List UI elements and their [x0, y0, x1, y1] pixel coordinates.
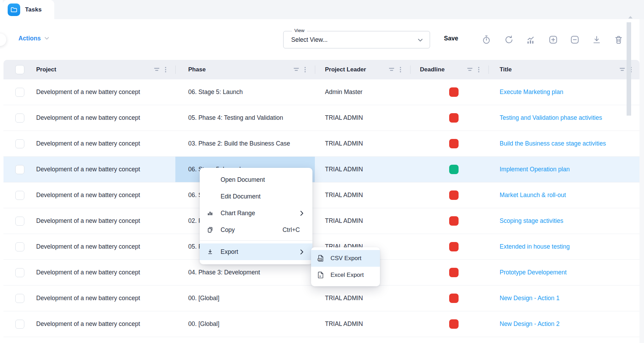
table-row[interactable]: Development of a new battery concept 06.… — [3, 182, 639, 208]
task-title-link[interactable]: New Design - Action 2 — [500, 320, 559, 328]
deadline-status-square — [449, 216, 459, 226]
table-row[interactable]: Development of a new battery concept 06.… — [3, 79, 639, 105]
column-menu-icon[interactable] — [304, 67, 306, 72]
deadline-status-square — [449, 113, 459, 123]
submenu-arrow-icon — [300, 211, 303, 216]
menu-item-export[interactable]: Export — [200, 243, 312, 260]
cell-deadline — [410, 182, 488, 208]
header-project-leader[interactable]: Project Leader — [315, 60, 410, 79]
stats-chart-icon[interactable] — [526, 35, 535, 45]
cell-phase: 03. Phase 2: Build the Business Case — [175, 131, 315, 156]
view-select-label: View — [292, 28, 307, 33]
menu-item-copy[interactable]: Copy Ctrl+C — [200, 221, 312, 238]
cell-leader: Admin Master — [315, 79, 410, 105]
submenu-item-excel-export[interactable]: x Excel Export — [311, 267, 380, 283]
cell-title: Execute Marketing plan — [488, 79, 639, 105]
table-row[interactable]: Development of a new battery concept 02.… — [3, 208, 639, 234]
column-menu-icon[interactable] — [478, 67, 479, 72]
row-checkbox[interactable] — [15, 114, 24, 123]
download-icon[interactable] — [592, 35, 602, 45]
table-row[interactable]: Development of a new battery concept 03.… — [3, 131, 639, 157]
tab-tasks[interactable]: Tasks — [3, 0, 54, 19]
cell-title: New Design - Action 1 — [488, 286, 639, 311]
task-title-link[interactable]: Market Launch & roll-out — [500, 192, 566, 199]
stopwatch-icon[interactable] — [482, 35, 491, 45]
task-title-link[interactable]: Testing and Validation phase activities — [500, 114, 602, 122]
table-row[interactable]: Development of a new battery concept 06.… — [3, 157, 639, 182]
task-title-link[interactable]: Implement Operation plan — [500, 166, 570, 173]
deadline-status-square — [449, 139, 459, 148]
cell-project: Development of a new battery concept — [30, 260, 175, 285]
row-checkbox[interactable] — [15, 217, 24, 226]
header-title[interactable]: Title — [488, 60, 639, 79]
cell-leader: TRIAL ADMIN — [315, 286, 410, 311]
cell-project: Development of a new battery concept — [30, 182, 175, 208]
svg-text:CSV: CSV — [318, 259, 321, 260]
scroll-up-button[interactable] — [628, 16, 633, 18]
filter-icon[interactable] — [294, 68, 299, 71]
view-select-value: Select View... — [284, 36, 328, 44]
column-menu-icon[interactable] — [400, 67, 401, 72]
filter-icon[interactable] — [389, 68, 395, 71]
row-checkbox[interactable] — [15, 268, 24, 277]
grid-body: Development of a new battery concept 06.… — [3, 79, 639, 337]
submenu-item-csv-export[interactable]: CSV CSV Export — [311, 250, 380, 267]
save-button[interactable]: Save — [444, 35, 458, 42]
deadline-status-square — [449, 165, 459, 174]
trash-icon[interactable] — [614, 35, 623, 45]
refresh-icon[interactable] — [504, 35, 514, 45]
filter-icon[interactable] — [620, 68, 625, 71]
task-title-link[interactable]: Prototype Developement — [500, 269, 567, 276]
deadline-status-square — [449, 294, 459, 303]
cell-deadline — [410, 311, 488, 337]
view-select[interactable]: View Select View... — [283, 31, 430, 48]
cell-title: Build the Business case stage activities — [488, 131, 639, 156]
menu-item-edit-document[interactable]: Edit Document — [200, 188, 312, 205]
csv-file-icon: CSV — [311, 254, 331, 263]
row-checkbox-cell — [3, 208, 30, 234]
menu-item-chart-range[interactable]: Chart Range — [200, 205, 312, 221]
task-title-link[interactable]: Extended in house testing — [500, 243, 570, 250]
excel-file-icon: x — [311, 271, 331, 279]
row-checkbox-cell — [3, 286, 30, 311]
filter-icon[interactable] — [154, 68, 160, 71]
cell-project: Development of a new battery concept — [30, 234, 175, 259]
row-checkbox[interactable] — [15, 165, 24, 174]
page-right-gutter — [639, 19, 644, 343]
add-icon[interactable] — [548, 35, 558, 45]
header-project[interactable]: Project — [30, 60, 175, 79]
row-checkbox[interactable] — [15, 294, 24, 303]
row-checkbox-cell — [3, 79, 30, 105]
task-title-link[interactable]: Execute Marketing plan — [500, 88, 563, 96]
task-title-link[interactable]: New Design - Action 1 — [500, 295, 559, 302]
menu-item-open-document[interactable]: Open Document — [200, 171, 312, 188]
cell-project: Development of a new battery concept — [30, 208, 175, 234]
cell-deadline — [410, 234, 488, 259]
deadline-status-square — [449, 190, 459, 200]
task-title-link[interactable]: Build the Business case stage activities — [500, 140, 606, 147]
cell-title: Extended in house testing — [488, 234, 639, 259]
cell-title: New Design - Action 2 — [488, 311, 639, 337]
row-checkbox[interactable] — [15, 191, 24, 200]
row-checkbox[interactable] — [15, 139, 24, 148]
remove-icon[interactable] — [570, 35, 580, 45]
column-menu-icon[interactable] — [165, 67, 166, 72]
row-checkbox[interactable] — [15, 320, 24, 329]
actions-button[interactable]: Actions — [18, 35, 49, 42]
cell-leader: TRIAL ADMIN — [315, 182, 410, 208]
row-checkbox[interactable] — [15, 242, 24, 251]
header-deadline[interactable]: Deadline — [410, 60, 488, 79]
filter-icon[interactable] — [467, 68, 473, 71]
row-checkbox[interactable] — [15, 88, 24, 97]
table-row[interactable]: Development of a new battery concept 05.… — [3, 105, 639, 131]
cell-project: Development of a new battery concept — [30, 157, 175, 182]
header-phase[interactable]: Phase — [175, 60, 315, 79]
table-row[interactable]: Development of a new battery concept 00.… — [3, 311, 639, 337]
vertical-scrollbar-thumb[interactable] — [627, 22, 631, 116]
panel-collapse-handle[interactable] — [0, 33, 6, 46]
table-row[interactable]: Development of a new battery concept 00.… — [3, 286, 639, 311]
chevron-down-icon — [418, 39, 423, 42]
tab-strip: Tasks — [0, 0, 644, 19]
task-title-link[interactable]: Scoping stage activities — [500, 217, 563, 225]
select-all-checkbox[interactable] — [15, 65, 24, 74]
